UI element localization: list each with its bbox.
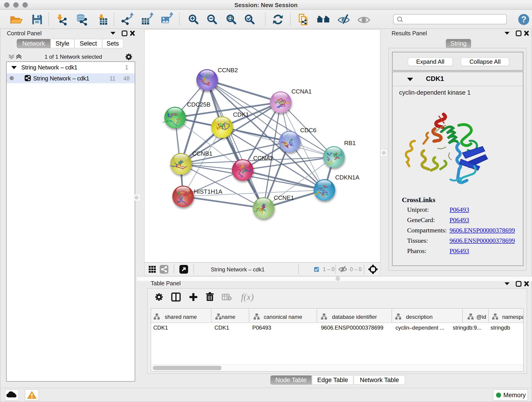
- svg-text:CDK1: CDK1: [153, 325, 168, 331]
- svg-text:CCNB2: CCNB2: [218, 67, 238, 74]
- svg-text:f(x): f(x): [241, 292, 254, 302]
- svg-text:P06493: P06493: [252, 325, 271, 331]
- svg-text:@id: @id: [476, 314, 486, 320]
- svg-text:HIST1H1A: HIST1H1A: [194, 188, 222, 195]
- svg-text:CDKN1A: CDKN1A: [335, 174, 360, 181]
- svg-text:CDC6: CDC6: [300, 127, 317, 134]
- svg-text:CDC25B: CDC25B: [187, 101, 210, 108]
- svg-text:RB1: RB1: [344, 140, 356, 147]
- svg-text:String Network – cdk1: String Network – cdk1: [211, 266, 265, 273]
- svg-text:name: name: [222, 314, 235, 320]
- svg-text:CCNA2: CCNA2: [253, 155, 273, 162]
- svg-text:shared name: shared name: [165, 314, 197, 320]
- svg-text:stringdb: stringdb: [491, 325, 510, 331]
- svg-text:CDK1: CDK1: [215, 325, 229, 331]
- svg-text:canonical name: canonical name: [264, 314, 302, 320]
- svg-text:description: description: [406, 314, 433, 320]
- svg-text:cyclin–dependent ...: cyclin–dependent ...: [395, 325, 444, 331]
- svg-text:database identifier: database identifier: [332, 314, 377, 320]
- svg-text:1 of 1 Network selected: 1 of 1 Network selected: [45, 54, 102, 60]
- svg-text:CCNE1: CCNE1: [274, 194, 294, 201]
- svg-text:0 – 0: 0 – 0: [350, 266, 361, 272]
- svg-text:CCNB1: CCNB1: [192, 150, 212, 157]
- svg-text:1 – 0: 1 – 0: [323, 266, 335, 272]
- svg-text:CDK1: CDK1: [233, 111, 249, 118]
- svg-text:CCNA1: CCNA1: [291, 88, 312, 95]
- svg-text:namespac: namespac: [502, 314, 523, 320]
- svg-text:?: ?: [521, 15, 526, 24]
- svg-text:9606.ENSP00000378699: 9606.ENSP00000378699: [321, 325, 383, 331]
- svg-text:stringdb:9...: stringdb:9...: [453, 325, 481, 331]
